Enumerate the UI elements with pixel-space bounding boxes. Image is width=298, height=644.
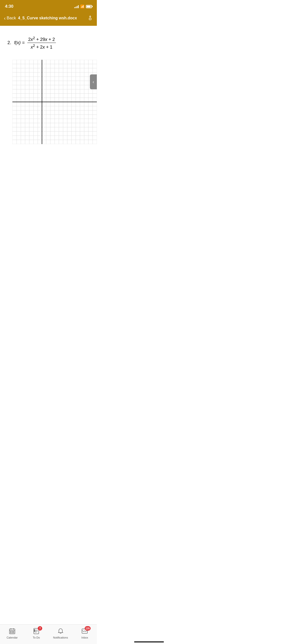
fraction: 2x2 + 29x + 2 x2 + 2x + 1 <box>27 36 56 50</box>
graph-container <box>13 60 89 144</box>
problem-row: 2. f(x)= 2x2 + 29x + 2 x2 + 2x + 1 <box>8 36 89 50</box>
document-title: 4_5_Curve sketching wsh.docx <box>18 16 87 20</box>
denominator: x2 + 2x + 1 <box>30 43 53 50</box>
back-chevron-icon: ‹ <box>4 16 6 20</box>
back-button[interactable]: ‹ Back <box>4 16 16 20</box>
share-button[interactable] <box>87 15 93 21</box>
status-bar: 4:30 📶 <box>0 0 97 12</box>
problem-number: 2. <box>8 40 11 46</box>
sidebar-chevron-icon: ‹ <box>93 79 94 84</box>
svg-rect-0 <box>89 18 91 20</box>
battery-icon <box>86 5 92 8</box>
math-expression: f(x)= 2x2 + 29x + 2 x2 + 2x + 1 <box>14 36 56 50</box>
wifi-icon: 📶 <box>80 4 84 8</box>
nav-bar: ‹ Back 4_5_Curve sketching wsh.docx <box>0 12 97 26</box>
document-content: 2. f(x)= 2x2 + 29x + 2 x2 + 2x + 1 <box>0 26 97 174</box>
numerator: 2x2 + 29x + 2 <box>27 36 56 43</box>
back-label: Back <box>7 16 16 20</box>
coordinate-grid <box>13 60 97 144</box>
share-icon <box>87 15 93 21</box>
signal-icon <box>74 5 79 8</box>
status-time: 4:30 <box>5 4 14 9</box>
status-icons: 📶 <box>74 4 92 8</box>
sidebar-toggle-button[interactable]: ‹ <box>90 74 97 89</box>
